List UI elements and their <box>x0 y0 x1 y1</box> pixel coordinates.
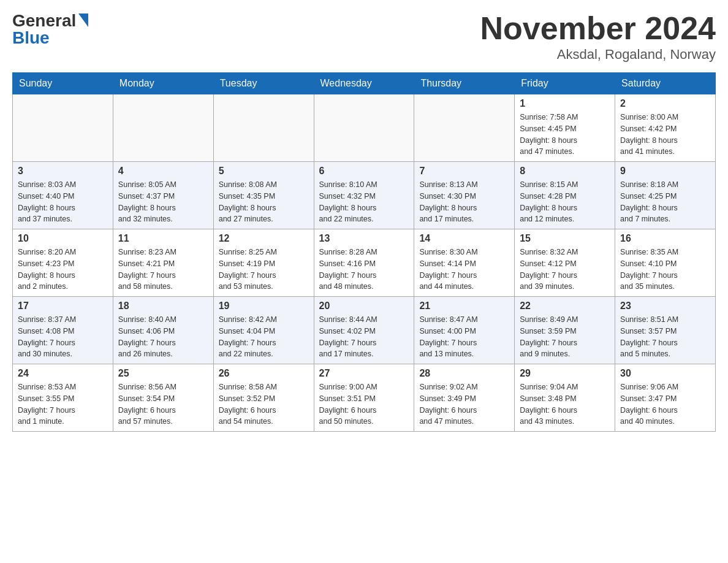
day-number: 11 <box>118 233 208 244</box>
calendar-cell: 29Sunrise: 9:04 AM Sunset: 3:48 PM Dayli… <box>515 364 615 432</box>
day-info: Sunrise: 8:58 AM Sunset: 3:52 PM Dayligh… <box>219 381 309 427</box>
column-header-thursday: Thursday <box>414 73 515 94</box>
column-header-monday: Monday <box>113 73 213 94</box>
day-info: Sunrise: 8:32 AM Sunset: 4:12 PM Dayligh… <box>520 247 610 293</box>
day-number: 7 <box>419 166 509 177</box>
day-number: 2 <box>620 98 710 109</box>
column-header-friday: Friday <box>515 73 615 94</box>
day-number: 27 <box>319 368 409 379</box>
day-number: 3 <box>18 166 108 177</box>
logo-triangle-icon <box>78 13 88 27</box>
day-info: Sunrise: 8:49 AM Sunset: 3:59 PM Dayligh… <box>520 314 610 360</box>
day-info: Sunrise: 9:02 AM Sunset: 3:49 PM Dayligh… <box>419 381 509 427</box>
calendar-cell: 6Sunrise: 8:10 AM Sunset: 4:32 PM Daylig… <box>314 162 414 229</box>
calendar-cell: 4Sunrise: 8:05 AM Sunset: 4:37 PM Daylig… <box>113 162 213 229</box>
day-info: Sunrise: 8:30 AM Sunset: 4:14 PM Dayligh… <box>419 247 509 293</box>
day-number: 26 <box>219 368 309 379</box>
location-title: Aksdal, Rogaland, Norway <box>480 47 716 63</box>
day-number: 28 <box>419 368 509 379</box>
day-info: Sunrise: 8:37 AM Sunset: 4:08 PM Dayligh… <box>18 314 108 360</box>
logo-general-text: General <box>12 12 76 29</box>
day-number: 24 <box>18 368 108 379</box>
day-number: 25 <box>118 368 208 379</box>
day-info: Sunrise: 8:35 AM Sunset: 4:10 PM Dayligh… <box>620 247 710 293</box>
day-info: Sunrise: 8:18 AM Sunset: 4:25 PM Dayligh… <box>620 179 710 225</box>
day-info: Sunrise: 8:44 AM Sunset: 4:02 PM Dayligh… <box>319 314 409 360</box>
day-number: 8 <box>520 166 610 177</box>
calendar-cell: 10Sunrise: 8:20 AM Sunset: 4:23 PM Dayli… <box>13 229 113 297</box>
day-info: Sunrise: 7:58 AM Sunset: 4:45 PM Dayligh… <box>520 112 610 158</box>
day-number: 1 <box>520 98 610 109</box>
day-info: Sunrise: 8:42 AM Sunset: 4:04 PM Dayligh… <box>219 314 309 360</box>
day-number: 22 <box>520 301 610 312</box>
day-number: 17 <box>18 301 108 312</box>
day-number: 18 <box>118 301 208 312</box>
day-info: Sunrise: 9:06 AM Sunset: 3:47 PM Dayligh… <box>620 381 710 427</box>
calendar-cell: 20Sunrise: 8:44 AM Sunset: 4:02 PM Dayli… <box>314 297 414 364</box>
day-number: 12 <box>219 233 309 244</box>
month-title: November 2024 <box>480 12 716 44</box>
calendar-cell: 23Sunrise: 8:51 AM Sunset: 3:57 PM Dayli… <box>615 297 716 364</box>
calendar-week-row: 3Sunrise: 8:03 AM Sunset: 4:40 PM Daylig… <box>13 162 716 229</box>
day-info: Sunrise: 8:00 AM Sunset: 4:42 PM Dayligh… <box>620 112 710 158</box>
calendar-cell: 25Sunrise: 8:56 AM Sunset: 3:54 PM Dayli… <box>113 364 213 432</box>
calendar-cell <box>113 94 213 162</box>
calendar-cell: 15Sunrise: 8:32 AM Sunset: 4:12 PM Dayli… <box>515 229 615 297</box>
calendar-week-row: 24Sunrise: 8:53 AM Sunset: 3:55 PM Dayli… <box>13 364 716 432</box>
day-info: Sunrise: 8:23 AM Sunset: 4:21 PM Dayligh… <box>118 247 208 293</box>
day-info: Sunrise: 9:04 AM Sunset: 3:48 PM Dayligh… <box>520 381 610 427</box>
calendar-cell: 14Sunrise: 8:30 AM Sunset: 4:14 PM Dayli… <box>414 229 515 297</box>
calendar-cell <box>213 94 314 162</box>
day-number: 5 <box>219 166 309 177</box>
day-number: 29 <box>520 368 610 379</box>
day-info: Sunrise: 8:40 AM Sunset: 4:06 PM Dayligh… <box>118 314 208 360</box>
day-number: 30 <box>620 368 710 379</box>
day-info: Sunrise: 8:13 AM Sunset: 4:30 PM Dayligh… <box>419 179 509 225</box>
calendar-cell: 12Sunrise: 8:25 AM Sunset: 4:19 PM Dayli… <box>213 229 314 297</box>
day-info: Sunrise: 8:10 AM Sunset: 4:32 PM Dayligh… <box>319 179 409 225</box>
day-info: Sunrise: 8:15 AM Sunset: 4:28 PM Dayligh… <box>520 179 610 225</box>
calendar-cell: 8Sunrise: 8:15 AM Sunset: 4:28 PM Daylig… <box>515 162 615 229</box>
calendar-cell: 16Sunrise: 8:35 AM Sunset: 4:10 PM Dayli… <box>615 229 716 297</box>
day-number: 16 <box>620 233 710 244</box>
column-header-saturday: Saturday <box>615 73 716 94</box>
day-number: 19 <box>219 301 309 312</box>
day-number: 9 <box>620 166 710 177</box>
calendar-cell: 2Sunrise: 8:00 AM Sunset: 4:42 PM Daylig… <box>615 94 716 162</box>
calendar-cell: 11Sunrise: 8:23 AM Sunset: 4:21 PM Dayli… <box>113 229 213 297</box>
calendar-week-row: 17Sunrise: 8:37 AM Sunset: 4:08 PM Dayli… <box>13 297 716 364</box>
calendar-cell: 5Sunrise: 8:08 AM Sunset: 4:35 PM Daylig… <box>213 162 314 229</box>
day-info: Sunrise: 9:00 AM Sunset: 3:51 PM Dayligh… <box>319 381 409 427</box>
column-header-wednesday: Wednesday <box>314 73 414 94</box>
day-info: Sunrise: 8:51 AM Sunset: 3:57 PM Dayligh… <box>620 314 710 360</box>
calendar-header-row: SundayMondayTuesdayWednesdayThursdayFrid… <box>13 73 716 94</box>
day-number: 13 <box>319 233 409 244</box>
calendar-cell: 3Sunrise: 8:03 AM Sunset: 4:40 PM Daylig… <box>13 162 113 229</box>
calendar-cell: 7Sunrise: 8:13 AM Sunset: 4:30 PM Daylig… <box>414 162 515 229</box>
day-number: 6 <box>319 166 409 177</box>
calendar-cell <box>414 94 515 162</box>
calendar-cell: 13Sunrise: 8:28 AM Sunset: 4:16 PM Dayli… <box>314 229 414 297</box>
calendar-week-row: 10Sunrise: 8:20 AM Sunset: 4:23 PM Dayli… <box>13 229 716 297</box>
calendar-cell: 9Sunrise: 8:18 AM Sunset: 4:25 PM Daylig… <box>615 162 716 229</box>
calendar-cell: 26Sunrise: 8:58 AM Sunset: 3:52 PM Dayli… <box>213 364 314 432</box>
calendar-week-row: 1Sunrise: 7:58 AM Sunset: 4:45 PM Daylig… <box>13 94 716 162</box>
calendar-cell: 1Sunrise: 7:58 AM Sunset: 4:45 PM Daylig… <box>515 94 615 162</box>
day-number: 23 <box>620 301 710 312</box>
calendar-cell: 18Sunrise: 8:40 AM Sunset: 4:06 PM Dayli… <box>113 297 213 364</box>
calendar-cell: 27Sunrise: 9:00 AM Sunset: 3:51 PM Dayli… <box>314 364 414 432</box>
day-info: Sunrise: 8:03 AM Sunset: 4:40 PM Dayligh… <box>18 179 108 225</box>
calendar-cell: 22Sunrise: 8:49 AM Sunset: 3:59 PM Dayli… <box>515 297 615 364</box>
day-number: 21 <box>419 301 509 312</box>
day-number: 15 <box>520 233 610 244</box>
logo-blue-text: Blue <box>12 29 50 47</box>
calendar-cell: 17Sunrise: 8:37 AM Sunset: 4:08 PM Dayli… <box>13 297 113 364</box>
calendar-cell: 30Sunrise: 9:06 AM Sunset: 3:47 PM Dayli… <box>615 364 716 432</box>
day-info: Sunrise: 8:56 AM Sunset: 3:54 PM Dayligh… <box>118 381 208 427</box>
calendar-cell <box>314 94 414 162</box>
day-info: Sunrise: 8:28 AM Sunset: 4:16 PM Dayligh… <box>319 247 409 293</box>
day-number: 20 <box>319 301 409 312</box>
column-header-tuesday: Tuesday <box>213 73 314 94</box>
calendar-cell: 24Sunrise: 8:53 AM Sunset: 3:55 PM Dayli… <box>13 364 113 432</box>
day-info: Sunrise: 8:53 AM Sunset: 3:55 PM Dayligh… <box>18 381 108 427</box>
